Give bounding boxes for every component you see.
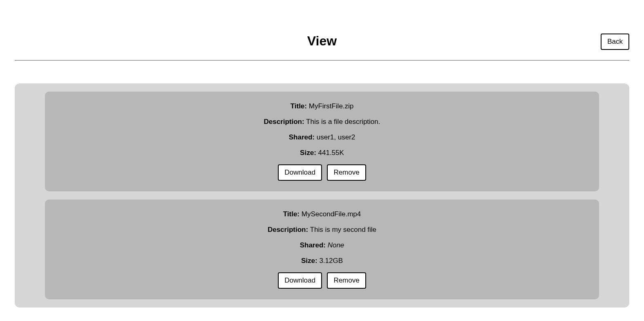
download-button[interactable]: Download [278, 164, 322, 181]
file-shared-row: Shared: None [53, 241, 591, 249]
file-description-value: This is my second file [310, 226, 377, 233]
file-title-value: MySecondFile.mp4 [302, 210, 361, 218]
shared-label: Shared: [300, 241, 326, 249]
file-shared-row: Shared: user1, user2 [53, 133, 591, 141]
size-label: Size: [301, 257, 318, 265]
size-label: Size: [300, 149, 316, 157]
file-shared-value: user1, user2 [317, 133, 356, 141]
title-label: Title: [291, 102, 307, 110]
file-list-panel: Title: MyFirstFile.zip Description: This… [15, 83, 629, 308]
header: Back View [15, 34, 629, 49]
file-size-value: 3.12GB [319, 257, 343, 265]
file-size-row: Size: 441.55K [53, 149, 591, 157]
divider [15, 60, 629, 61]
page-container: Back View Title: MyFirstFile.zip Descrip… [0, 0, 644, 320]
file-description-row: Description: This is my second file [53, 226, 591, 234]
description-label: Description: [264, 118, 304, 126]
file-actions: Download Remove [53, 272, 591, 289]
file-size-row: Size: 3.12GB [53, 257, 591, 265]
download-button[interactable]: Download [278, 272, 322, 289]
file-actions: Download Remove [53, 164, 591, 181]
remove-button[interactable]: Remove [327, 164, 366, 181]
file-title-row: Title: MyFirstFile.zip [53, 102, 591, 110]
file-description-row: Description: This is a file description. [53, 118, 591, 126]
description-label: Description: [268, 226, 308, 233]
shared-label: Shared: [289, 133, 315, 141]
remove-button[interactable]: Remove [327, 272, 366, 289]
title-label: Title: [283, 210, 300, 218]
file-size-value: 441.55K [318, 149, 344, 157]
file-card: Title: MyFirstFile.zip Description: This… [45, 92, 599, 191]
file-shared-value: None [328, 241, 344, 249]
file-title-row: Title: MySecondFile.mp4 [53, 210, 591, 218]
back-button[interactable]: Back [601, 34, 629, 50]
file-title-value: MyFirstFile.zip [309, 102, 354, 110]
file-card: Title: MySecondFile.mp4 Description: Thi… [45, 200, 599, 299]
file-description-value: This is a file description. [306, 118, 380, 126]
page-title: View [15, 34, 629, 49]
